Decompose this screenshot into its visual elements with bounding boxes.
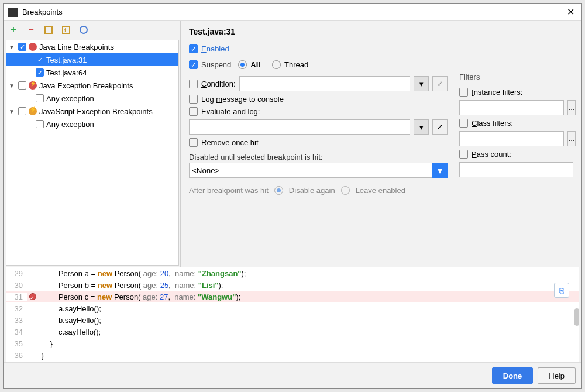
enabled-label[interactable]: Enabled <box>201 44 229 53</box>
group-label: Java Line Breakpoints <box>39 43 114 51</box>
svg-text:f: f <box>64 27 67 33</box>
remove-once-hit-checkbox[interactable] <box>189 138 198 147</box>
tree-group[interactable]: ▼ Java Exception Breakpoints <box>6 79 178 92</box>
condition-history-button[interactable]: ▾ <box>414 76 429 91</box>
code-preview: ⎘ 29 Person a = new Person( age: 20, nam… <box>6 267 579 362</box>
code-line: 31 Person c = new Person( age: 27, name:… <box>6 291 579 302</box>
suspend-checkbox[interactable]: ✓ <box>189 60 198 69</box>
evaluate-log-history-button[interactable]: ▾ <box>414 119 429 135</box>
item-checkbox[interactable]: ✓ <box>36 68 44 77</box>
group-by-class-icon[interactable] <box>78 25 89 35</box>
tree-item[interactable]: Any exception <box>6 118 178 130</box>
evaluate-log-input[interactable] <box>189 119 410 135</box>
scrollbar-thumb[interactable] <box>574 308 579 326</box>
breakpoint-type-icon <box>29 43 37 51</box>
condition-expand-button[interactable]: ⤢ <box>432 76 448 91</box>
tree-group[interactable]: ▼ JavaScript Exception Breakpoints <box>6 105 178 118</box>
code-text: b.sayHello(); <box>38 316 101 325</box>
pass-count-input[interactable] <box>459 162 573 177</box>
left-panel: + − f ▼ ✓ Java Line Breakpoints ✓ Test.j… <box>4 21 181 267</box>
item-label: Test.java:31 <box>46 56 87 64</box>
group-label: Java Exception Breakpoints <box>39 81 133 90</box>
code-line: 34 c.sayHello(); <box>6 326 579 338</box>
group-checkbox[interactable] <box>18 81 26 90</box>
condition-input[interactable] <box>239 76 410 91</box>
expand-arrow-icon[interactable]: ▼ <box>8 44 16 50</box>
enabled-checkbox[interactable]: ✓ <box>189 44 198 53</box>
suspend-all-radio[interactable] <box>238 60 247 69</box>
class-filters-input[interactable] <box>459 131 564 146</box>
item-label: Test.java:64 <box>46 68 87 77</box>
code-line: 32 a.sayHello(); <box>6 302 579 314</box>
condition-checkbox[interactable] <box>189 80 198 88</box>
breakpoints-dialog: Breakpoints ✕ + − f ▼ ✓ Java Line Breakp… <box>3 3 582 389</box>
disabled-until-dropdown-button[interactable]: ▾ <box>432 163 448 178</box>
breakpoint-title: Test.java:31 <box>189 27 573 36</box>
evaluate-log-checkbox[interactable] <box>189 107 198 116</box>
instance-filters-browse-button[interactable]: … <box>567 100 576 115</box>
tree-item[interactable]: ✓ Test.java:31 <box>6 53 178 66</box>
add-breakpoint-button[interactable]: + <box>8 25 19 35</box>
dialog-body: + − f ▼ ✓ Java Line Breakpoints ✓ Test.j… <box>4 21 581 388</box>
svg-rect-0 <box>45 26 52 33</box>
group-by-package-icon[interactable] <box>43 25 54 35</box>
code-text: a.sayHello(); <box>38 304 101 313</box>
remove-breakpoint-button[interactable]: − <box>26 25 36 35</box>
code-text: } <box>38 351 44 360</box>
tree-group[interactable]: ▼ ✓ Java Line Breakpoints <box>6 40 178 53</box>
code-text: } <box>38 339 53 348</box>
tree-item[interactable]: Any exception <box>6 92 178 105</box>
app-icon <box>8 8 18 17</box>
class-filters-label: Class filters: <box>472 119 513 128</box>
breakpoint-tree[interactable]: ▼ ✓ Java Line Breakpoints ✓ Test.java:31… <box>6 40 179 266</box>
code-text: Person c = new Person( age: 27, name: "W… <box>38 293 240 301</box>
window-title: Breakpoints <box>22 8 63 16</box>
details-panel: Test.java:31 ✓ Enabled ✓ Suspend All Thr… <box>181 21 581 267</box>
code-line: 33 b.sayHello(); <box>6 314 579 326</box>
pass-count-checkbox[interactable] <box>459 150 468 159</box>
suspend-thread-radio[interactable] <box>272 60 281 69</box>
group-by-file-icon[interactable]: f <box>61 25 71 35</box>
disable-again-radio[interactable] <box>274 186 283 195</box>
code-text: Person b = new Person( age: 25, name: "L… <box>38 281 223 290</box>
expand-arrow-icon[interactable]: ▼ <box>8 82 16 89</box>
class-filters-browse-button[interactable]: … <box>567 131 576 146</box>
run-to-cursor-icon[interactable]: ⎘ <box>554 283 569 298</box>
group-checkbox[interactable] <box>18 107 26 115</box>
svg-point-3 <box>80 26 87 33</box>
class-filters-checkbox[interactable] <box>459 119 468 128</box>
close-icon[interactable]: ✕ <box>565 6 577 18</box>
filters-title: Filters <box>459 73 573 81</box>
tree-item[interactable]: ✓ Test.java:64 <box>6 66 178 79</box>
group-label: JavaScript Exception Breakpoints <box>39 107 153 116</box>
evaluate-log-expand-button[interactable]: ⤢ <box>432 119 448 135</box>
breakpoint-gutter-icon[interactable] <box>29 293 36 300</box>
code-line: 30 Person b = new Person( age: 25, name:… <box>6 279 579 291</box>
instance-filters-label: Instance filters: <box>472 88 522 97</box>
disabled-until-select[interactable] <box>189 163 432 178</box>
log-message-checkbox[interactable] <box>189 95 198 104</box>
code-line: 29 Person a = new Person( age: 20, name:… <box>6 267 579 279</box>
help-button[interactable]: Help <box>538 367 576 384</box>
disable-again-label: Disable again <box>289 186 335 195</box>
code-text: c.sayHello(); <box>38 328 101 336</box>
pass-count-label: Pass count: <box>472 150 511 159</box>
breakpoint-type-icon <box>29 107 37 115</box>
dialog-button-row: Done Help <box>4 362 581 388</box>
leave-enabled-label: Leave enabled <box>356 186 405 195</box>
code-text: Person a = new Person( age: 20, name: "Z… <box>38 269 246 278</box>
leave-enabled-radio[interactable] <box>341 186 350 195</box>
tree-toolbar: + − f <box>4 21 180 39</box>
group-checkbox[interactable]: ✓ <box>18 43 26 51</box>
expand-arrow-icon[interactable]: ▼ <box>8 108 16 115</box>
instance-filters-input[interactable] <box>459 100 564 115</box>
item-label: Any exception <box>46 120 94 129</box>
disabled-until-label: Disabled until selected breakpoint is hi… <box>189 153 448 161</box>
item-checkbox[interactable]: ✓ <box>36 56 44 64</box>
suspend-label: Suspend <box>201 60 231 69</box>
log-message-label: Log message to console <box>201 95 284 104</box>
item-checkbox[interactable] <box>36 94 44 102</box>
instance-filters-checkbox[interactable] <box>459 88 468 97</box>
done-button[interactable]: Done <box>492 367 534 384</box>
item-checkbox[interactable] <box>36 120 44 128</box>
